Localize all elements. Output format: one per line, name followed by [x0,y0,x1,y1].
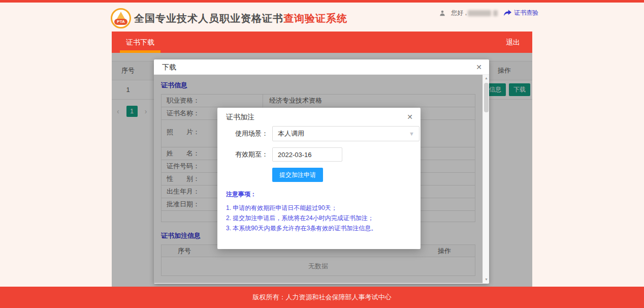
logo-badge: PTA [114,19,127,25]
page-title-accent: 查询验证系统 [283,13,347,24]
annotation-modal-header: 证书加注 ✕ [217,108,421,126]
modal-scrollbar[interactable]: ▲ ▼ [482,75,489,283]
tab-certificate-download[interactable]: 证书下载 [112,32,169,53]
content-area: 序号 操作 1 证书信息 下载 ‹ 1 › 5条/页 下载 ✕ 证书信息 [112,53,532,287]
note-item-1: 1. 申请的有效期距申请日不能超过90天； [226,203,421,213]
scrollbar-up-icon[interactable]: ▲ [483,75,489,82]
greeting-text: 您好 , [451,9,467,17]
copyright-text: 版权所有：人力资源和社会保障部人事考试中心 [253,293,392,301]
note-item-2: 2. 提交加注申请后，系统将在24小时内完成证书加注； [226,213,421,223]
footer: 版权所有：人力资源和社会保障部人事考试中心 [0,287,644,308]
certificate-verify-link[interactable]: 证书查验 [514,9,538,17]
scene-row: 使用场景： 本人调用 ▼ [217,126,421,141]
pta-logo-icon: PTA [111,8,131,28]
scene-selected-value: 本人调用 [278,130,304,137]
redacted-username-suffix [493,10,498,16]
scene-select[interactable]: 本人调用 ▼ [272,126,420,141]
download-modal-header: 下载 ✕ [154,59,489,75]
download-modal-title: 下载 [162,63,176,71]
redacted-username [468,10,491,16]
main-nav: 证书下载 退出 [112,32,532,53]
user-area: 您好 , 证书查验 [439,9,538,17]
user-icon [439,10,446,17]
brand: PTA 全国专业技术人员职业资格证书查询验证系统 [111,8,347,28]
scrollbar-down-icon[interactable]: ▼ [483,276,489,283]
share-arrow-icon [504,10,511,16]
submit-annotation-button[interactable]: 提交加注申请 [272,168,323,182]
scene-label: 使用场景： [217,129,268,138]
annotation-modal: 证书加注 ✕ 使用场景： 本人调用 ▼ 有效期至： 提交加注申请 [217,108,421,249]
scrollbar-thumb[interactable] [484,83,489,112]
logout-button[interactable]: 退出 [494,32,532,53]
download-modal-close-icon[interactable]: ✕ [476,59,482,75]
annotation-form: 使用场景： 本人调用 ▼ 有效期至： 提交加注申请 [217,126,421,182]
notes-heading: 注意事项： [226,190,421,199]
page-title: 全国专业技术人员职业资格证书查询验证系统 [134,12,347,25]
download-modal: 下载 ✕ 证书信息 职业资格： 经济专业技术资格 证书名称： 助理人力资源管理师… [154,59,489,284]
notes-section: 注意事项： 1. 申请的有效期距申请日不能超过90天； 2. 提交加注申请后，系… [226,190,421,233]
expiry-date-input[interactable] [272,147,342,162]
page-title-main: 全国专业技术人员职业资格证书 [134,13,283,24]
expiry-label: 有效期至： [217,150,268,159]
chevron-down-icon: ▼ [409,127,414,141]
submit-row: 提交加注申请 [217,168,421,182]
page-header: PTA 全国专业技术人员职业资格证书查询验证系统 您好 , 证书查验 [0,3,644,32]
expiry-row: 有效期至： [217,147,421,162]
annotation-modal-title: 证书加注 [226,113,254,121]
note-item-3: 3. 本系统90天内最多允许存在3条有效的证书加注信息。 [226,223,421,233]
annotation-modal-close-icon[interactable]: ✕ [407,108,413,126]
